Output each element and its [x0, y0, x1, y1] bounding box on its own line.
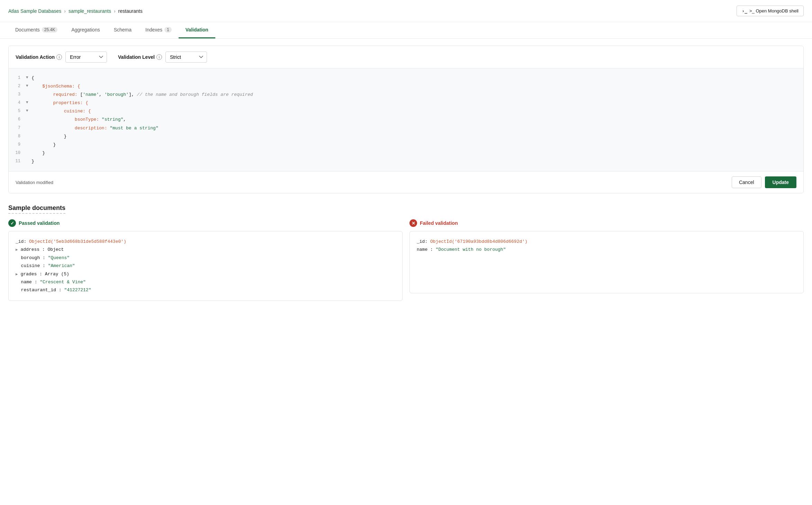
validation-controls: Validation Action i Error Warn Validatio…	[9, 46, 803, 68]
line-toggle-2[interactable]: ▼	[26, 83, 31, 89]
code-line-8: 8 }	[9, 132, 803, 141]
code-line-9: 9 }	[9, 141, 803, 149]
failed-doc-card: _id: ObjectId('67190a93bdd8b4d806d6692d'…	[409, 231, 804, 293]
passed-label: Passed validation	[19, 220, 60, 226]
code-line-3: 3 required: ['name', 'borough'], // the …	[9, 91, 803, 99]
code-line-1: 1 ▼ {	[9, 74, 803, 82]
passed-doc-borough: borough : "Queens"	[16, 254, 395, 262]
validation-footer: Validation modified Cancel Update	[9, 171, 803, 193]
code-line-4: 4 ▼ properties: {	[9, 99, 803, 107]
tabs-bar: Documents 25.4K Aggregations Schema Inde…	[0, 22, 812, 39]
line-num-2: 2	[9, 83, 26, 90]
tab-validation[interactable]: Validation	[179, 22, 215, 38]
validation-panel: Validation Action i Error Warn Validatio…	[8, 46, 804, 193]
line-content-10: }	[31, 149, 803, 157]
action-info-icon[interactable]: i	[56, 54, 62, 60]
sample-documents-title: Sample documents	[8, 204, 65, 214]
passed-header: ✓ Passed validation	[8, 219, 403, 227]
action-label: Validation Action i	[16, 54, 62, 60]
passed-doc-cuisine: cuisine : "American"	[16, 262, 395, 270]
code-line-2: 2 ▼ $jsonSchema: {	[9, 82, 803, 91]
passed-doc-restaurant-id: restaurant_id : "41227212"	[16, 286, 395, 294]
code-line-10: 10 }	[9, 149, 803, 157]
line-content-9: }	[31, 141, 803, 149]
line-content-1: {	[31, 74, 803, 82]
failed-column: ✕ Failed validation _id: ObjectId('67190…	[409, 219, 804, 301]
line-content-3: required: ['name', 'borough'], // the na…	[31, 91, 803, 99]
main-content: Validation Action i Error Warn Validatio…	[0, 39, 812, 308]
tab-documents[interactable]: Documents 25.4K	[8, 22, 64, 38]
tab-indexes[interactable]: Indexes 1	[138, 22, 179, 38]
line-content-7: description: "must be a string"	[31, 125, 803, 132]
shell-icon: ›_	[742, 8, 747, 13]
modified-status: Validation modified	[16, 180, 53, 185]
line-toggle-5[interactable]: ▼	[26, 108, 31, 114]
cancel-button[interactable]: Cancel	[732, 176, 761, 188]
line-toggle-4[interactable]: ▼	[26, 99, 31, 106]
action-dropdown[interactable]: Error Warn	[65, 52, 107, 63]
tab-documents-label: Documents	[15, 27, 40, 33]
line-num-9: 9	[9, 141, 26, 148]
line-num-6: 6	[9, 116, 26, 123]
failed-doc-name: name : "Document with no borough"	[417, 246, 796, 254]
passed-check-icon: ✓	[8, 219, 16, 227]
level-dropdown[interactable]: Strict Moderate Off	[165, 52, 207, 63]
code-editor[interactable]: 1 ▼ { 2 ▼ $jsonSchema: { 3 required: ['n…	[9, 68, 803, 171]
failed-label: Failed validation	[420, 220, 458, 226]
open-shell-button[interactable]: ›_ >_ Open MongoDB shell	[737, 6, 804, 16]
tab-aggregations[interactable]: Aggregations	[64, 22, 107, 38]
line-content-4: properties: {	[31, 99, 803, 107]
line-toggle-1[interactable]: ▼	[26, 74, 31, 81]
passed-column: ✓ Passed validation _id: ObjectId('5eb3d…	[8, 219, 403, 301]
passed-doc-card: _id: ObjectId('5eb3d668b31de5d588f443e0'…	[8, 231, 403, 301]
passed-doc-grades: ▶ grades : Array (5)	[16, 270, 395, 278]
sample-documents-section: Sample documents ✓ Passed validation _id…	[8, 204, 804, 301]
breadcrumb-sep1: ›	[64, 8, 66, 14]
tab-aggregations-label: Aggregations	[71, 27, 100, 33]
line-num-8: 8	[9, 133, 26, 140]
tab-schema-label: Schema	[114, 27, 132, 33]
breadcrumb-part1[interactable]: Atlas Sample Databases	[8, 8, 61, 14]
tab-indexes-label: Indexes	[145, 27, 162, 33]
action-control-group: Validation Action i Error Warn	[16, 52, 107, 63]
shell-button-label: >_ Open MongoDB shell	[749, 8, 799, 13]
tab-schema[interactable]: Schema	[107, 22, 138, 38]
tab-validation-label: Validation	[186, 27, 208, 33]
breadcrumb: Atlas Sample Databases › sample_restaura…	[8, 8, 143, 14]
code-line-7: 7 description: "must be a string"	[9, 124, 803, 132]
line-content-6: bsonType: "string",	[31, 116, 803, 123]
line-num-11: 11	[9, 158, 26, 165]
failed-doc-id: _id: ObjectId('67190a93bdd8b4d806d6692d'…	[417, 238, 796, 246]
tab-indexes-badge: 1	[164, 27, 172, 33]
line-num-10: 10	[9, 149, 26, 156]
sample-columns: ✓ Passed validation _id: ObjectId('5eb3d…	[8, 219, 804, 301]
passed-doc-address: ▶ address : Object	[16, 246, 395, 254]
failed-x-icon: ✕	[409, 219, 417, 227]
line-num-5: 5	[9, 108, 26, 114]
line-content-5: cuisine: {	[31, 108, 803, 115]
code-line-11: 11 }	[9, 157, 803, 166]
line-num-1: 1	[9, 74, 26, 81]
line-content-2: $jsonSchema: {	[31, 83, 803, 90]
level-info-icon[interactable]: i	[156, 54, 162, 60]
line-content-11: }	[31, 158, 803, 165]
breadcrumb-part2[interactable]: sample_restaurants	[69, 8, 111, 14]
line-num-4: 4	[9, 99, 26, 106]
footer-buttons: Cancel Update	[732, 176, 796, 188]
breadcrumb-sep2: ›	[114, 8, 116, 14]
header: Atlas Sample Databases › sample_restaura…	[0, 0, 812, 22]
passed-doc-id: _id: ObjectId('5eb3d668b31de5d588f443e0'…	[16, 238, 395, 246]
line-content-8: }	[31, 133, 803, 140]
level-control-group: Validation Level i Strict Moderate Off	[118, 52, 207, 63]
line-num-3: 3	[9, 91, 26, 98]
breadcrumb-part3: restaurants	[118, 8, 143, 14]
code-line-5: 5 ▼ cuisine: {	[9, 107, 803, 116]
failed-header: ✕ Failed validation	[409, 219, 804, 227]
line-num-7: 7	[9, 125, 26, 131]
code-line-6: 6 bsonType: "string",	[9, 116, 803, 124]
tab-documents-badge: 25.4K	[42, 27, 57, 33]
passed-doc-name: name : "Crescent & Vine"	[16, 278, 395, 286]
update-button[interactable]: Update	[765, 176, 796, 188]
level-label: Validation Level i	[118, 54, 162, 60]
